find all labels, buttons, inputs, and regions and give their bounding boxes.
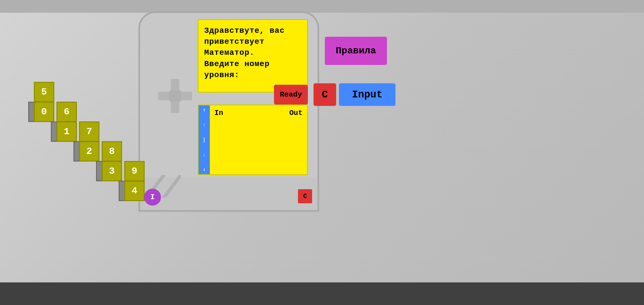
io-header: In Out	[214, 109, 303, 117]
svg-rect-2	[169, 90, 181, 102]
i-info-button[interactable]: I	[144, 189, 161, 206]
c-clear-button[interactable]: C	[314, 83, 336, 106]
ready-button-label: Ready	[280, 90, 302, 99]
scroll-down-icon[interactable]: ↓	[203, 152, 206, 157]
scroll-panel: ⇑ ↑ | ↓ ⇓	[199, 105, 210, 174]
input-button-label: Input	[352, 89, 382, 101]
scroll-pipe-icon: |	[203, 137, 206, 142]
out-label: Out	[289, 109, 303, 117]
tile-5[interactable]: 5	[34, 82, 54, 102]
tile-1[interactable]: 1	[56, 121, 77, 142]
rules-button[interactable]: Правила	[325, 37, 387, 65]
rules-button-label: Правила	[336, 45, 376, 56]
tile-4[interactable]: 4	[124, 181, 145, 201]
message-display: Здравствуте, вас приветствует Математор.…	[198, 19, 308, 93]
tile-8[interactable]: 8	[102, 141, 122, 162]
io-content: In Out	[210, 105, 307, 174]
scroll-bottom-icon[interactable]: ⇓	[203, 167, 206, 172]
svg-line-4	[164, 175, 181, 198]
tile-7[interactable]: 7	[79, 121, 99, 142]
tile-3[interactable]: 3	[102, 161, 122, 181]
bottom-bar	[0, 282, 644, 305]
tile-6[interactable]: 6	[56, 102, 77, 122]
input-button[interactable]: Input	[339, 83, 395, 106]
c-button-label: C	[322, 89, 328, 101]
message-text: Здравствуте, вас приветствует Математор.…	[204, 25, 301, 80]
tile-9[interactable]: 9	[124, 161, 145, 181]
scroll-up-icon[interactable]: ↑	[203, 123, 206, 128]
in-label: In	[214, 109, 223, 117]
tile-0[interactable]: 0	[34, 102, 54, 122]
i-button-label: I	[150, 193, 155, 201]
tile-2[interactable]: 2	[79, 141, 99, 162]
c-small-button-label: C	[303, 193, 307, 200]
ready-button[interactable]: Ready	[274, 85, 308, 104]
scroll-top-icon[interactable]: ⇑	[203, 108, 206, 113]
connector-shape	[158, 79, 192, 113]
c-small-button[interactable]: C	[298, 189, 312, 203]
top-bar	[0, 0, 644, 13]
io-display: ⇑ ↑ | ↓ ⇓ In Out	[198, 104, 308, 175]
